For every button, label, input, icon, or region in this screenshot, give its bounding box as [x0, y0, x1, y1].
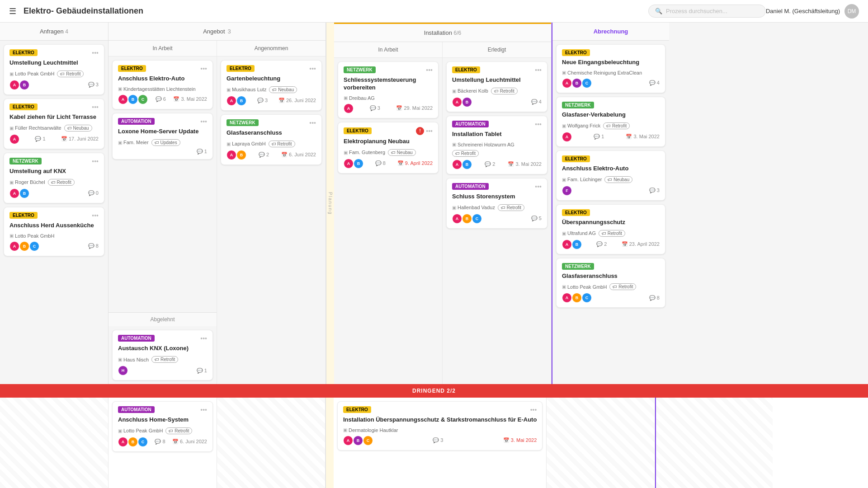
card-avatars: A [562, 132, 572, 142]
card-menu[interactable]: ••• [535, 183, 542, 190]
card-menu[interactable]: ••• [92, 212, 99, 219]
card-date-overdue: 📅 3. Mai 2022 [503, 437, 537, 443]
installation-column: Installation 6/6 In Arbeit NETZWERK ••• [334, 23, 552, 384]
card-company: ▣ Ultrafund AG [562, 230, 596, 236]
card-date: 📅 29. Mai 2022 [396, 105, 433, 111]
card-menu[interactable]: ••• [530, 406, 537, 413]
warning-icon: ! [416, 127, 424, 135]
list-item[interactable]: AUTOMATION ••• Loxone Home-Server Update… [112, 113, 213, 160]
list-item[interactable]: NETZWERK ••• Umstellung auf KNX ▣ Roger … [4, 153, 104, 203]
avatar: H [118, 366, 128, 375]
list-item[interactable]: ELEKTRO ••• Installation Überspannungssc… [337, 401, 542, 450]
card-avatars: A B C [343, 436, 373, 446]
card-title: Neue Eingangsbeleuchtung [562, 59, 660, 66]
list-item[interactable]: AUTOMATION ••• Installation Tablet ▣ Sch… [446, 116, 547, 174]
list-item[interactable]: ELEKTRO ••• Anschluss Herd Aussenküche ▣… [4, 207, 104, 256]
label-badge: 🏷 Neubau [64, 125, 92, 131]
tag-elektro: ELEKTRO [452, 66, 480, 73]
tag-elektro: ELEKTRO [344, 127, 372, 134]
card-avatars: A B [9, 188, 29, 198]
card-menu[interactable]: ••• [426, 127, 433, 135]
urgent-abrechnung-col [655, 398, 773, 488]
avatar: A [452, 160, 462, 169]
card-comments: 💬 2 [259, 152, 269, 158]
card-title: Glasfaser-Verkabelung [562, 111, 660, 119]
list-item[interactable]: ELEKTRO ••• Umstellung Leuchtmittel ▣ Bä… [446, 61, 547, 112]
planung-bar: Planung [326, 23, 334, 384]
avatar: A [118, 437, 128, 447]
avatar: C [472, 214, 482, 224]
tag-elektro: ELEKTRO [562, 209, 590, 216]
avatar: B [462, 97, 472, 107]
card-title: Gartenbeleuchtung [226, 75, 316, 83]
urgent-section: AUTOMATION ••• Anschluss Home-System ▣ L… [0, 398, 868, 488]
card-title: Glasfaseranschluss [226, 129, 316, 137]
card-avatars: A [344, 103, 354, 113]
list-item[interactable]: ELEKTRO Anschluss Elektro-Auto ▣ Fam. Lü… [556, 150, 665, 201]
planung-label: Planung [328, 192, 333, 215]
angebot-in-arbeit-header: In Arbeit [108, 41, 217, 56]
card-comments: 💬 1 [197, 149, 207, 155]
list-item[interactable]: ELEKTRO Überspannungsschutz ▣ Ultrafund … [556, 204, 665, 254]
avatar: B [572, 78, 582, 88]
card-menu[interactable]: ••• [200, 335, 207, 342]
search-bar[interactable]: 🔍 Prozess durchsuchen... [648, 5, 766, 18]
list-item[interactable]: NETZWERK Glasfaseranschluss ▣ Lotto Peak… [556, 258, 665, 308]
list-item[interactable]: AUTOMATION ••• Austausch KNX (Loxone) ▣ … [112, 330, 213, 380]
avatar: B [354, 159, 363, 169]
card-menu[interactable]: ••• [200, 118, 207, 125]
card-menu[interactable]: ••• [200, 406, 207, 413]
list-item[interactable]: ELEKTRO ••• Anschluss Elektro-Auto ▣ Kin… [112, 60, 213, 109]
card-comments: 💬 1 [35, 136, 45, 142]
list-item[interactable]: AUTOMATION ••• Anschluss Home-System ▣ L… [112, 401, 213, 452]
list-item[interactable]: AUTOMATION ••• Schluss Storensystem ▣ Ha… [446, 178, 547, 229]
list-item[interactable]: ELEKTRO Neue Eingangsbeleuchtung ▣ Chemi… [556, 44, 665, 93]
card-comments: 💬 4 [531, 99, 542, 105]
tag-netzwerk: NETZWERK [226, 119, 259, 126]
tag-automation: AUTOMATION [118, 118, 155, 125]
list-item[interactable]: ELEKTRO ••• Gartenbeleuchtung ▣ Musikhau… [221, 60, 322, 111]
label-badge: 🏷 Neubau [388, 149, 416, 156]
installation-erledigt-body: ELEKTRO ••• Umstellung Leuchtmittel ▣ Bä… [443, 58, 551, 384]
avatar: F [562, 186, 572, 196]
search-placeholder: Prozess durchsuchen... [666, 8, 727, 14]
card-menu[interactable]: ••• [92, 49, 99, 56]
card-company: ▣ Wolfgang Frick [562, 123, 600, 128]
menu-icon[interactable]: ☰ [9, 6, 16, 16]
card-company: ▣ Fam. Gutenberg [344, 150, 385, 155]
card-title: Anschluss Home-System [118, 416, 207, 424]
avatar: A [562, 78, 572, 88]
card-comments: 💬 1 [594, 134, 604, 140]
card-menu[interactable]: ••• [309, 65, 316, 72]
card-avatars: A B C [562, 293, 592, 303]
list-item[interactable]: ELEKTRO ••• Kabel ziehen für Licht Terra… [4, 99, 104, 149]
label-badge: 🏷 Retrofit [491, 88, 518, 94]
abgelehnt-body: AUTOMATION ••• Austausch KNX (Loxone) ▣ … [108, 326, 217, 384]
list-item[interactable]: ELEKTRO ••• Umstellung Leuchtmittel ▣ Lo… [4, 44, 104, 95]
card-company: ▣ Lotto Peak GmbH [9, 71, 54, 76]
card-menu[interactable]: ••• [92, 158, 99, 165]
card-avatars: A B C [118, 437, 148, 447]
list-item[interactable]: ELEKTRO ! ••• Elektroplanung Neubau ▣ Fa… [338, 122, 439, 174]
avatar: A [562, 239, 572, 249]
card-menu[interactable]: ••• [535, 121, 542, 128]
card-comments: 💬 3 [88, 82, 99, 88]
list-item[interactable]: NETZWERK ••• Schliesssystemsteuerung vor… [338, 61, 439, 118]
card-title: Umstellung auf KNX [9, 168, 99, 175]
card-menu[interactable]: ••• [535, 66, 542, 74]
card-menu[interactable]: ••• [426, 66, 433, 74]
avatar: B [19, 188, 29, 198]
card-avatars: H [118, 366, 128, 375]
installation-cols: In Arbeit NETZWERK ••• Schliesssystemste… [334, 42, 551, 384]
list-item[interactable]: NETZWERK ••• Glasfaseranschluss ▣ Lapray… [221, 114, 322, 165]
avatar: A [562, 132, 572, 142]
card-menu[interactable]: ••• [92, 103, 99, 111]
card-company: ▣ Schreinerei Holzwurm AG [452, 142, 514, 147]
card-menu[interactable]: ••• [309, 119, 316, 127]
list-item[interactable]: NETZWERK Glasfaser-Verkabelung ▣ Wolfgan… [556, 97, 665, 147]
card-comments: 💬 3 [257, 98, 268, 103]
avatar: A [226, 150, 236, 160]
urgent-angebot-col: AUTOMATION ••• Anschluss Home-System ▣ L… [108, 398, 217, 488]
card-menu[interactable]: ••• [200, 65, 207, 72]
label-badge: 🏷 Retrofit [151, 356, 178, 363]
